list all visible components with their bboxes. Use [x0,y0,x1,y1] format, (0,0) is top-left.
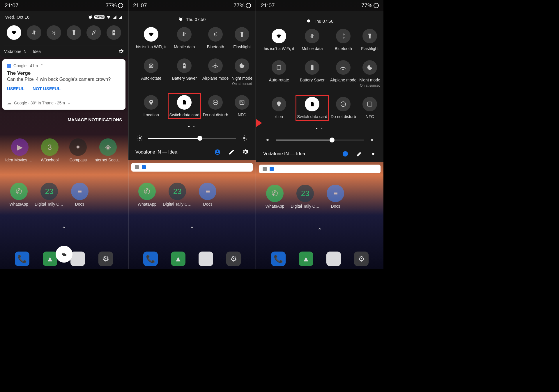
auto-rotate-toggle[interactable] [144,58,158,73]
quick-settings-expanded[interactable]: Thu 07:50 his isn't a WiFi, it Mobile da… [128,11,256,160]
edit-icon[interactable] [356,151,362,157]
dialer-icon[interactable]: 📞 [15,252,29,266]
notification-mini[interactable] [131,163,253,172]
svg-point-4 [243,137,245,139]
dock: 📞 ▲ ◉ ⚙ [128,252,256,266]
switch-data-card-highlighted: Switch data card [296,95,329,121]
notif-title: The Verge [2,70,125,77]
svg-point-11 [266,139,268,141]
page-indicator[interactable]: ● ● [134,122,250,131]
battery-saver-toggle[interactable] [107,25,121,40]
bluetooth-toggle[interactable] [208,27,223,42]
user-icon[interactable] [214,149,221,155]
night-mode-toggle[interactable] [235,58,249,73]
chevron-up-icon[interactable]: ⌃ [128,222,256,235]
location-toggle[interactable] [272,97,286,111]
flashlight-toggle[interactable] [235,27,249,42]
home-apps-row-2: ✆WhatsApp 23Digital Tally Co… ≡Docs [0,183,128,206]
manage-notifications-button[interactable]: MANAGE NOTIFICATIONS [0,112,128,127]
not-useful-button[interactable]: NOT USEFUL [33,86,61,91]
flashlight-toggle[interactable] [362,29,377,43]
nfc-toggle[interactable] [362,97,377,111]
settings-icon[interactable] [242,149,249,155]
battery-saver-toggle[interactable] [305,60,319,75]
brightness-auto-icon [369,137,375,143]
alarm-icon [178,17,183,22]
carrier-text: Vodafone IN — Idea [263,151,305,156]
brightness-auto-icon: A [241,135,247,141]
bluetooth-toggle[interactable] [336,29,351,43]
battery-pct: 77% [106,2,117,9]
status-indicators: VoLTE2 [88,15,123,19]
useful-button[interactable]: USEFUL [7,86,24,91]
switch-data-card-toggle[interactable] [305,97,319,111]
qs-grid: his isn't a WiFi, it Mobile data Bluetoo… [262,29,378,124]
chevron-up-icon[interactable]: ⌃ [40,63,44,68]
chevron-up-icon[interactable]: ⌃ [256,224,383,237]
photos-icon[interactable]: ▲ [171,252,185,266]
home-apps-row-1: ▶Idea Movies an… 3W3school ✦Compass ◈Int… [0,138,128,162]
alarm-time[interactable]: Thu 07:50 [314,19,334,24]
night-mode-toggle[interactable] [362,60,377,75]
settings-icon[interactable] [370,151,376,157]
mobile-data-toggle[interactable] [177,27,192,42]
chrome-icon[interactable]: ◉ [199,252,213,266]
chevron-up-icon[interactable]: ⌃ [0,222,128,235]
page-indicator[interactable]: ● ● [262,124,378,133]
volte-badge: VoLTE2 [94,15,105,19]
notif-app-time: Google · 41m [13,63,38,68]
settings-icon[interactable] [118,49,124,54]
photos-icon[interactable]: ▲ [299,252,313,266]
clock: 21:07 [133,2,147,9]
wifi-toggle[interactable] [7,25,21,40]
phone-2: 21:07 77% Thu 07:50 his isn't a WiFi, it… [128,0,256,269]
brightness-slider[interactable] [262,133,378,147]
mobile-data-toggle[interactable] [27,25,41,40]
photos-icon[interactable]: ▲ [43,252,57,266]
app-drawer-button[interactable] [56,246,72,263]
settings-icon[interactable]: ⚙ [98,252,113,266]
wifi-toggle[interactable] [272,29,286,43]
svg-text:A: A [246,138,247,141]
carrier-text: Vodafone IN — Idea [4,49,41,54]
auto-rotate-toggle[interactable] [272,60,286,75]
battery-icon [246,3,251,8]
notification-mini[interactable] [259,165,381,173]
flashlight-toggle[interactable] [67,25,81,40]
dnd-toggle[interactable] [208,95,223,110]
notification-card[interactable]: Google · 41m ⌃ The Verge Can the Pixel 4… [2,59,125,110]
user-icon[interactable] [342,151,349,157]
svg-rect-8 [277,66,281,70]
settings-icon[interactable]: ⚙ [226,252,241,266]
image-icon [135,165,139,169]
quick-settings-expanded[interactable]: Thu 07:50 his isn't a WiFi, it Mobile da… [256,11,383,162]
dnd-toggle[interactable] [336,97,351,111]
brightness-slider[interactable]: A [134,131,250,145]
notification-shade-compact[interactable]: Wed, Oct 16 VoLTE2 Vodafone IN — Idea [0,11,128,57]
chevron-down-icon[interactable]: ⌄ [67,101,71,105]
battery-saver-toggle[interactable] [177,58,192,73]
wifi-icon [106,15,111,19]
alarm-time[interactable]: Thu 07:50 [186,17,206,22]
chrome-icon[interactable]: ◉ [70,252,85,266]
auto-rotate-toggle[interactable] [86,25,101,40]
signal-icon-2 [118,15,123,19]
airplane-mode-toggle[interactable] [208,58,223,73]
dialer-icon[interactable]: 📞 [143,252,158,266]
airplane-mode-toggle[interactable] [336,60,351,75]
settings-icon[interactable]: ⚙ [354,252,369,266]
wifi-toggle[interactable] [144,27,158,42]
google-icon [142,165,146,169]
dialer-icon[interactable]: 📞 [271,252,286,266]
bluetooth-toggle[interactable] [47,25,61,40]
status-bar: 21:07 77% [0,0,128,11]
location-toggle[interactable] [144,95,158,110]
svg-point-13 [343,151,348,156]
chrome-icon[interactable]: ◉ [326,252,341,266]
weather-text: Google · 30° in Thane · 25m [14,101,65,105]
mobile-data-toggle[interactable] [305,29,319,43]
switch-data-card-toggle[interactable] [177,95,192,110]
edit-icon[interactable] [228,149,235,155]
date: Wed, Oct 16 [5,15,29,19]
nfc-toggle[interactable] [235,95,249,110]
